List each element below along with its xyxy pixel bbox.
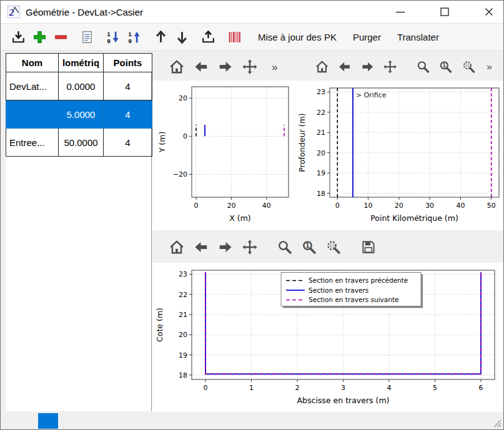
move-down-icon[interactable] (174, 29, 190, 45)
main-toolbar-icons: 1919 (11, 29, 242, 45)
svg-text:1: 1 (443, 62, 447, 69)
cell-nom[interactable] (6, 100, 59, 129)
zoom-rect-icon[interactable] (325, 239, 342, 255)
svg-text:40: 40 (262, 202, 271, 210)
svg-text:1: 1 (249, 384, 254, 392)
sections-panel: NomlométriqPoints DevLat...0.000045.0000… (6, 53, 152, 411)
svg-text:1: 1 (129, 31, 132, 37)
svg-text:6: 6 (478, 384, 483, 392)
overflow-icon[interactable]: » (484, 59, 498, 75)
main-toolbar: 1919 Mise à jour des PKPurgerTranslater (1, 23, 503, 51)
column-header-lométriq[interactable]: lométriq (59, 54, 104, 72)
back-icon[interactable] (337, 59, 352, 75)
svg-text:Cote (m): Cote (m) (155, 308, 164, 342)
profile-plot-toolbar: 1» (291, 53, 504, 81)
cell-nom[interactable]: DevLat... (6, 72, 59, 100)
plan-chart[interactable]: 02040−20020X (m)Y (m) (152, 81, 291, 230)
home-icon[interactable] (169, 59, 185, 75)
toolbar-action-translater[interactable]: Translater (389, 26, 447, 48)
maximize-button[interactable] (430, 1, 459, 23)
toolbar-action-mise-jour-des-pk[interactable]: Mise à jour des PK (250, 26, 345, 48)
svg-text:0: 0 (204, 384, 208, 392)
sort-asc-icon[interactable]: 19 (127, 29, 142, 45)
pan-icon[interactable] (383, 59, 397, 75)
svg-text:Abscisse en travers (m): Abscisse en travers (m) (297, 396, 390, 405)
pan-icon[interactable] (242, 59, 258, 75)
toolbar-action-purger[interactable]: Purger (345, 26, 389, 48)
minimize-button[interactable] (386, 1, 415, 23)
svg-text:0: 0 (183, 132, 187, 140)
forward-icon[interactable] (217, 239, 234, 255)
svg-text:Profondeur (m): Profondeur (m) (297, 113, 307, 172)
cell-pk[interactable]: 0.0000 (59, 72, 104, 100)
barcode-icon[interactable] (227, 29, 242, 45)
export-icon[interactable] (200, 29, 216, 45)
overflow-icon[interactable]: » (269, 59, 285, 75)
column-header-points[interactable]: Points (104, 54, 152, 72)
cross-section-chart[interactable]: 0123456181920212223Abscisse en travers (… (152, 263, 504, 413)
cell-points[interactable]: 4 (104, 129, 152, 157)
svg-text:19: 19 (179, 351, 187, 359)
window-title: Géométrie - DevLat->Casier (26, 7, 143, 17)
app-window: 2 Géométrie - DevLat->Casier 1919 Mise à… (0, 0, 504, 430)
table-body: DevLat...0.000045.00004Entree...50.00004 (6, 72, 152, 157)
cell-points[interactable]: 4 (104, 72, 152, 100)
status-color-swatch (38, 413, 58, 429)
svg-text:22: 22 (179, 291, 187, 299)
remove-icon[interactable] (53, 29, 69, 45)
zoom-icon[interactable] (416, 59, 430, 75)
move-up-icon[interactable] (153, 29, 169, 45)
svg-text:0: 0 (335, 202, 340, 210)
cross-section-panel: 1 0123456181920212223Abscisse en travers… (152, 232, 504, 413)
cell-pk[interactable]: 5.0000 (59, 100, 104, 129)
back-icon[interactable] (193, 239, 209, 255)
svg-text:20: 20 (395, 202, 403, 210)
home-icon[interactable] (315, 59, 329, 75)
sort-desc-icon[interactable]: 19 (106, 29, 121, 45)
svg-text:2: 2 (295, 384, 300, 392)
svg-text:23: 23 (317, 88, 325, 96)
app-icon: 2 (7, 5, 21, 19)
svg-text:2: 2 (9, 7, 14, 17)
title-bar[interactable]: 2 Géométrie - DevLat->Casier (1, 1, 503, 23)
paste-icon[interactable] (79, 29, 95, 45)
forward-icon[interactable] (217, 59, 234, 75)
forward-icon[interactable] (360, 59, 375, 75)
svg-text:Section en travers précédente: Section en travers précédente (309, 276, 408, 284)
table-row[interactable]: Entree...50.00004 (6, 129, 152, 157)
svg-text:22: 22 (317, 109, 325, 117)
profile-chart[interactable]: 01020304050181920212223Point Kilométriqu… (291, 81, 504, 230)
home-icon[interactable] (169, 239, 185, 255)
svg-text:23: 23 (179, 270, 187, 278)
table-row[interactable]: DevLat...0.00004 (6, 72, 152, 100)
svg-text:50: 50 (487, 202, 496, 210)
zoom-rect-icon[interactable] (462, 59, 476, 75)
save-icon[interactable] (360, 239, 377, 255)
zoom-one-icon[interactable]: 1 (438, 59, 453, 75)
svg-text:Section en travers suivante: Section en travers suivante (309, 296, 398, 303)
pan-icon[interactable] (242, 239, 258, 255)
svg-text:5: 5 (433, 384, 437, 392)
zoom-one-icon[interactable]: 1 (301, 239, 317, 255)
svg-text:Y (m): Y (m) (157, 132, 167, 154)
table-row[interactable]: 5.00004 (6, 100, 152, 129)
back-icon[interactable] (193, 59, 209, 75)
add-icon[interactable] (32, 29, 47, 45)
plan-plot-toolbar: » (152, 53, 291, 81)
cell-points[interactable]: 4 (104, 100, 152, 129)
svg-text:Section en travers: Section en travers (309, 286, 368, 294)
cell-nom[interactable]: Entree... (6, 129, 59, 157)
zoom-icon[interactable] (277, 239, 293, 255)
svg-text:> Orifice: > Orifice (356, 91, 387, 99)
svg-text:40: 40 (456, 202, 465, 210)
svg-text:X (m): X (m) (229, 213, 250, 223)
svg-text:19: 19 (317, 169, 325, 177)
resize-grip[interactable] (493, 419, 502, 428)
svg-text:20: 20 (317, 149, 325, 157)
svg-text:10: 10 (364, 202, 373, 210)
cell-pk[interactable]: 50.0000 (59, 129, 104, 157)
import-icon[interactable] (11, 29, 26, 45)
column-header-nom[interactable]: Nom (6, 54, 59, 72)
svg-text:21: 21 (317, 129, 325, 137)
close-button[interactable] (475, 1, 503, 23)
